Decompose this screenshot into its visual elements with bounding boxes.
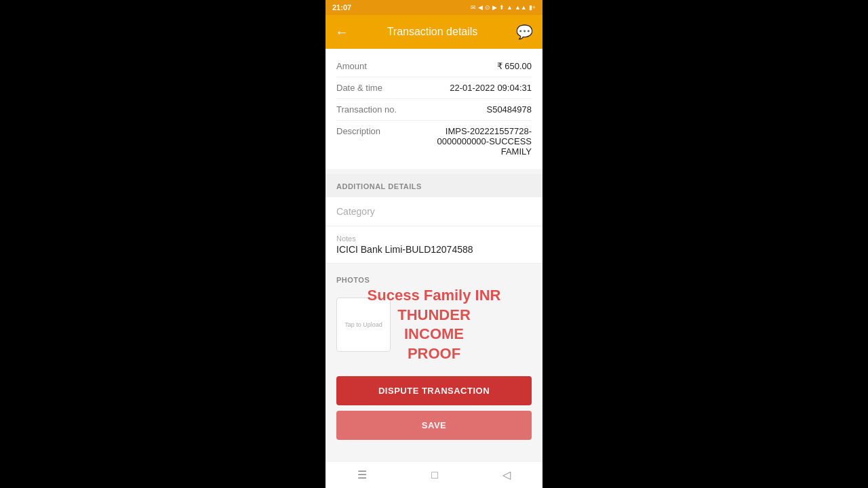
additional-details-card: Category Notes ICICI Bank Limi-BULD12074… [326,197,542,264]
additional-details-header: ADDITIONAL DETAILS [326,174,542,197]
play-icon: ▶ [492,4,497,11]
save-button[interactable]: SAVE [336,411,532,440]
home-nav-icon[interactable]: □ [431,469,438,481]
status-time: 21:07 [332,3,351,12]
status-icons: ✉ ◀ ⊙ ▶ ⬆ ▲ ▲▲ ▮+ [471,4,536,11]
nav-bar: ☰ □ ◁ [326,461,542,488]
amount-row: Amount ₹ 650.00 [336,58,532,74]
data-icon: ▲▲ [515,4,527,11]
main-content: Amount ₹ 650.00 Date & time 22-01-2022 0… [326,49,542,461]
notes-label: Notes [336,235,532,243]
photos-section: PHOTOS Tap to Upload Sucess Family INR T… [326,269,542,365]
transaction-details-card: Amount ₹ 650.00 Date & time 22-01-2022 0… [326,49,542,169]
recording-icon: ⊙ [485,4,490,11]
additional-details-label: ADDITIONAL DETAILS [336,182,422,190]
buttons-section: DISPUTE TRANSACTION SAVE [326,371,542,448]
amount-label: Amount [336,61,367,71]
notification-icon: ✉ [471,4,476,11]
header: ← Transaction details 💬 [326,15,542,49]
chat-icon[interactable]: 💬 [516,24,533,40]
dispute-transaction-button[interactable]: DISPUTE TRANSACTION [336,376,532,405]
date-row: Date & time 22-01-2022 09:04:31 [336,80,532,96]
transaction-no-row: Transaction no. S50484978 [336,102,532,117]
photos-label: PHOTOS [336,276,532,284]
photo-upload-box[interactable]: Tap to Upload [336,298,391,352]
back-button[interactable]: ← [335,24,349,40]
status-bar: 21:07 ✉ ◀ ⊙ ▶ ⬆ ▲ ▲▲ ▮+ [326,0,542,15]
description-value: IMPS-202221557728-0000000000-SUCCESS FAM… [414,126,532,157]
menu-nav-icon[interactable]: ☰ [357,468,367,481]
category-field[interactable]: Category [326,197,542,226]
transaction-no-value: S50484978 [486,104,532,115]
description-row: Description IMPS-202221557728-0000000000… [336,123,532,159]
category-placeholder: Category [336,206,375,217]
date-value: 22-01-2022 09:04:31 [450,83,532,93]
amount-value: ₹ 650.00 [497,61,532,71]
upload-text: Tap to Upload [344,321,382,328]
battery-icon: ▮+ [529,4,536,11]
transaction-no-label: Transaction no. [336,104,397,115]
date-label: Date & time [336,83,382,93]
wifi-icon: ▲ [507,4,513,11]
description-label: Description [336,126,380,136]
back-nav-icon[interactable]: ◁ [502,468,511,481]
location-icon: ⬆ [499,4,505,11]
notes-value: ICICI Bank Limi-BULD12074588 [336,244,532,255]
photos-wrapper: Tap to Upload Sucess Family INR THUNDER … [336,291,532,359]
header-title: Transaction details [387,26,478,38]
notes-field[interactable]: Notes ICICI Bank Limi-BULD12074588 [326,226,542,264]
signal-icon: ◀ [478,4,483,11]
